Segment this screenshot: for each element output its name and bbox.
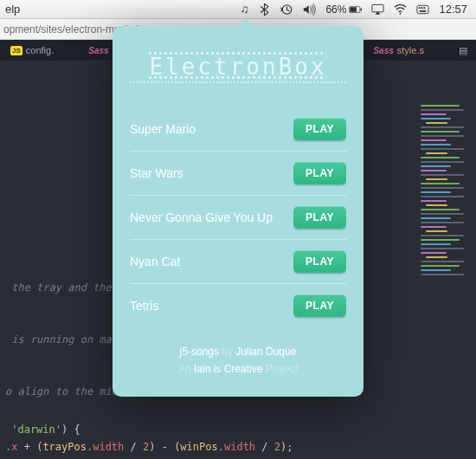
sass-icon: Sass [88,46,108,55]
play-button[interactable]: PLAY [293,118,346,140]
play-button[interactable]: PLAY [293,294,346,317]
play-button[interactable]: PLAY [293,206,346,229]
song-list: Super Mario PLAY Star Wars PLAY Never Go… [130,107,346,327]
svg-point-5 [400,12,402,14]
song-name: Star Wars [130,166,183,180]
volume-icon[interactable] [303,3,316,16]
macos-menubar: elp ♫ 66% 12:57 [0,0,476,19]
song-name: Never Gonna Give You Up [130,210,273,224]
app-title: ElectronBox [130,54,346,83]
song-name: Super Mario [130,122,196,136]
svg-rect-8 [421,7,423,9]
svg-rect-2 [351,7,357,11]
wifi-icon[interactable] [394,3,407,16]
credits-author-link[interactable]: Julian Duque [235,346,296,358]
sass-icon: Sass [373,46,393,55]
svg-rect-6 [417,5,428,13]
music-note-icon[interactable]: ♫ [241,3,249,16]
minimap[interactable] [414,102,474,459]
popover-arrow-icon [235,18,256,29]
menu-help[interactable]: elp [0,3,20,16]
play-button[interactable]: PLAY [293,250,346,273]
svg-rect-7 [419,7,421,9]
song-row: Super Mario PLAY [130,107,346,152]
battery-indicator[interactable]: 66% [325,3,362,16]
song-name: Nyan Cat [130,255,180,268]
song-row: Star Wars PLAY [130,152,346,196]
song-name: Tetris [130,299,158,313]
song-row: Tetris PLAY [130,284,346,327]
play-button[interactable]: PLAY [293,162,346,184]
song-row: Nyan Cat PLAY [130,240,346,284]
svg-rect-10 [420,10,427,11]
svg-rect-3 [361,8,362,10]
input-source-icon[interactable] [416,3,429,16]
airplay-icon[interactable] [371,3,384,16]
tab-config[interactable]: JSconfig. [10,45,54,55]
svg-rect-9 [424,7,426,9]
code-block: 'darwin') { .x + (trayPos.width / 2) - (… [5,421,293,459]
battery-pct: 66% [325,3,346,16]
bluetooth-icon[interactable] [258,3,271,16]
credits-project-link[interactable]: j5-songs [180,346,219,358]
book-icon[interactable]: ▤ [459,45,467,56]
credits: j5-songs by Julian Duque An Iain is Crea… [130,343,346,378]
electronbox-popover: ElectronBox Super Mario PLAY Star Wars P… [113,26,363,397]
svg-rect-4 [372,4,383,11]
song-row: Never Gonna Give You Up PLAY [130,196,346,240]
menubar-clock[interactable]: 12:57 [439,3,467,16]
tab-style-right[interactable]: Sassstyle.s [373,45,424,55]
time-machine-icon[interactable] [280,3,293,16]
js-icon: JS [10,46,23,55]
credits-site-link[interactable]: Iain is Creative [194,363,262,375]
